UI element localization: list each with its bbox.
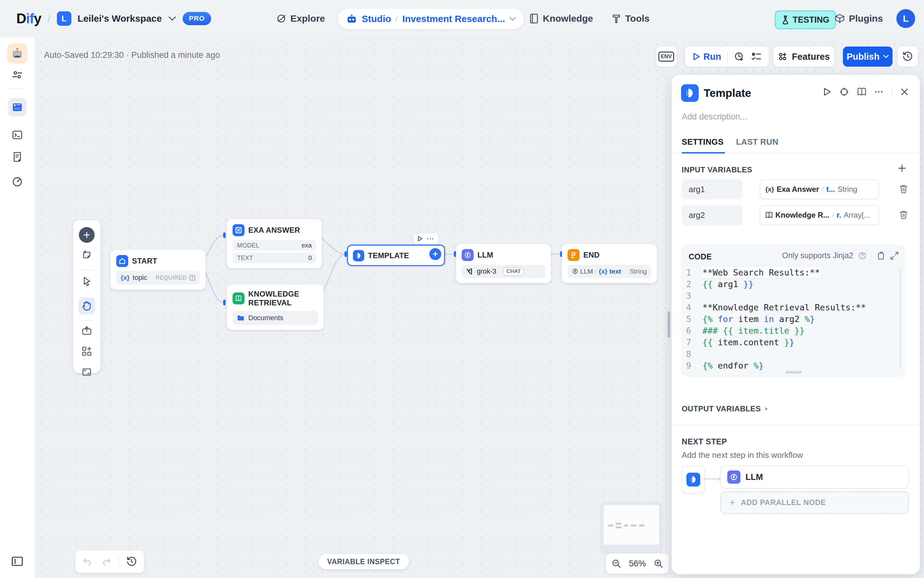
- plus-icon: +: [730, 497, 735, 508]
- more-menu-icon[interactable]: ···: [875, 89, 884, 94]
- minimap[interactable]: [601, 503, 662, 553]
- variable-inspect-button[interactable]: VARIABLE INSPECT: [318, 554, 409, 569]
- expand-icon[interactable]: [890, 252, 898, 260]
- exa-text-row: TEXT0: [233, 253, 316, 263]
- chevron-right-icon: [765, 406, 769, 411]
- variable-value-selector[interactable]: Knowledge R... / r. Array[...: [760, 205, 879, 225]
- current-node-chip: [682, 465, 705, 494]
- trash-icon[interactable]: [899, 210, 908, 219]
- end-output-row: LLM / {x} text String: [568, 265, 651, 278]
- node-end[interactable]: END LLM / {x} text String: [562, 244, 657, 283]
- canvas-tool-palette: [73, 220, 100, 373]
- jinja2-hint: Only supports Jinja2: [782, 251, 853, 260]
- organize-blocks-button[interactable]: [81, 346, 92, 357]
- hand-tool-active[interactable]: [78, 297, 95, 315]
- more-menu-icon[interactable]: ···: [427, 237, 434, 240]
- node-title: LLM: [477, 251, 494, 260]
- add-note-button[interactable]: [81, 249, 92, 260]
- divider: [872, 252, 872, 260]
- code-resize-handle[interactable]: [785, 371, 802, 373]
- llm-model-row[interactable]: grok-3 CHAT: [462, 265, 545, 278]
- help-icon[interactable]: [858, 252, 866, 260]
- code-label: CODE: [689, 252, 712, 261]
- zoom-in-icon[interactable]: [654, 559, 663, 568]
- undo-redo-group: [75, 550, 144, 573]
- export-dsl-button[interactable]: [81, 325, 92, 336]
- run-this-step-icon[interactable]: [823, 88, 831, 96]
- close-icon[interactable]: [900, 88, 909, 96]
- variable-name-input[interactable]: arg2: [682, 205, 743, 225]
- folder-icon: [237, 315, 244, 321]
- next-step-node-llm[interactable]: LLM: [720, 465, 909, 489]
- node-exa-answer[interactable]: EXA ANSWER MODELexa TEXT0: [227, 219, 322, 268]
- end-flag-icon: [568, 249, 579, 261]
- code-scrollbar[interactable]: [900, 268, 901, 369]
- tab-settings[interactable]: SETTINGS: [682, 137, 723, 147]
- knowledge-retrieval-icon: [233, 292, 244, 304]
- exa-icon: [233, 224, 244, 236]
- zoom-level[interactable]: 56%: [629, 559, 646, 568]
- template-icon: [681, 84, 699, 102]
- node-hover-toolbar: ···: [414, 233, 438, 244]
- trash-icon[interactable]: [899, 184, 908, 194]
- palette-divider: [80, 270, 93, 270]
- add-parallel-node-button[interactable]: + ADD PARALLEL NODE: [720, 491, 909, 514]
- node-knowledge-retrieval[interactable]: KNOWLEDGE RETRIEVAL Documents: [227, 284, 324, 330]
- knowledge-dataset-row[interactable]: Documents: [233, 311, 318, 325]
- copy-icon[interactable]: [877, 251, 885, 260]
- next-step-label: NEXT STEP: [682, 437, 727, 446]
- xai-logo: [466, 268, 473, 275]
- add-node-button[interactable]: [79, 227, 95, 243]
- llm-ref-icon: [572, 268, 578, 274]
- port-template-in[interactable]: [345, 251, 347, 257]
- chat-mode-badge: CHAT: [503, 267, 524, 276]
- node-start[interactable]: START {x} topic REQUIRED: [111, 250, 206, 290]
- output-variables-toggle[interactable]: OUTPUT VARIABLES: [682, 404, 769, 413]
- zoom-out-icon[interactable]: [612, 559, 621, 568]
- input-variables-label: INPUT VARIABLES: [682, 166, 752, 174]
- play-icon[interactable]: [417, 236, 423, 242]
- undo-icon[interactable]: [83, 557, 93, 567]
- node-llm[interactable]: LLM grok-3 CHAT: [456, 244, 551, 283]
- active-tab-underline: [682, 152, 725, 153]
- divider: [118, 557, 119, 567]
- node-title: TEMPLATE: [368, 251, 409, 260]
- start-variable-row[interactable]: {x} topic REQUIRED: [116, 271, 200, 284]
- knowledge-ref-icon: [765, 212, 773, 219]
- palette-divider: [80, 320, 93, 321]
- start-home-icon: [116, 255, 128, 267]
- add-next-node-button[interactable]: +: [429, 248, 441, 260]
- panel-title[interactable]: Template: [704, 87, 751, 99]
- template-icon: [686, 472, 700, 487]
- section-divider: [672, 425, 920, 425]
- llm-brain-icon: [462, 249, 474, 261]
- redo-icon[interactable]: [100, 557, 111, 567]
- code-editor[interactable]: 1**Web Search Results:**2{{ arg1 }}34**K…: [686, 267, 897, 372]
- panel-resize-handle[interactable]: [668, 311, 670, 338]
- exa-model-row: MODELexa: [233, 240, 316, 251]
- tab-last-run[interactable]: LAST RUN: [736, 137, 778, 147]
- node-title: KNOWLEDGE RETRIEVAL: [248, 290, 318, 307]
- node-title: EXA ANSWER: [248, 226, 300, 235]
- pointer-tool[interactable]: [81, 276, 92, 287]
- minimap-viewport: [604, 505, 659, 545]
- node-title: END: [583, 251, 600, 260]
- node-title: START: [132, 257, 157, 265]
- variable-value-selector[interactable]: {x} Exa Answer / t... String: [760, 179, 879, 200]
- description-input[interactable]: Add description...: [682, 112, 748, 122]
- port-exa-in[interactable]: [223, 232, 226, 238]
- focus-target-icon[interactable]: [840, 87, 849, 97]
- template-icon: [353, 250, 364, 261]
- fit-view-button[interactable]: [81, 367, 92, 377]
- zoom-control: 56%: [606, 554, 669, 573]
- divider: [892, 87, 892, 97]
- port-knowledge-in[interactable]: [223, 300, 226, 305]
- code-editor-card: CODE Only supports Jinja2 1**Web Search …: [681, 245, 905, 377]
- next-step-connector: [704, 477, 721, 481]
- change-history-icon[interactable]: [126, 556, 137, 567]
- variable-name-input[interactable]: arg1: [682, 179, 743, 200]
- llm-brain-icon: [727, 471, 740, 484]
- docs-book-icon[interactable]: [857, 88, 866, 96]
- add-variable-icon[interactable]: [897, 164, 907, 173]
- text-type-icon: [189, 274, 196, 281]
